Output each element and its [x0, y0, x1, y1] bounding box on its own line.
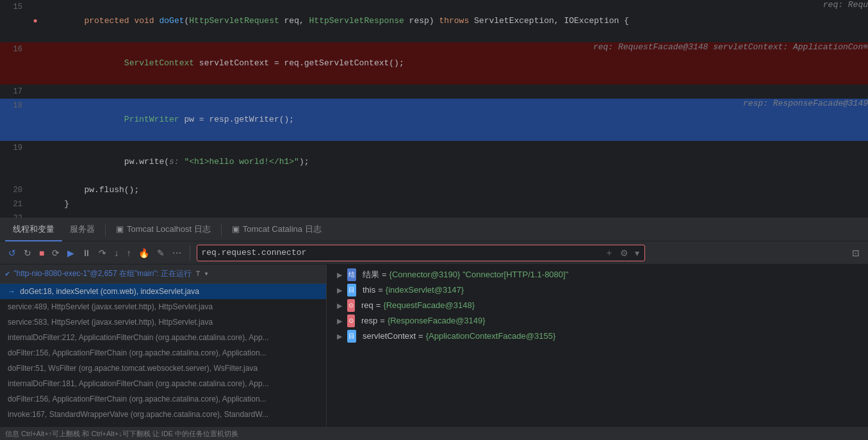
var-expand-resp[interactable]: ▶: [337, 314, 343, 327]
var-expand-servletContext[interactable]: ▶: [337, 330, 343, 343]
frame-text-3: internalDoFilter:212, ApplicationFilterC…: [8, 333, 269, 342]
resume-button[interactable]: ▶: [64, 245, 78, 261]
line-icon-17: [29, 85, 42, 99]
tab-tomcat-catalina[interactable]: ▣ Tomcat Catalina 日志: [224, 218, 329, 241]
watch-actions: ＋ ⚙ ▾: [603, 246, 641, 260]
thread-label: "http-nio-8080-exec-1"@2,657 在组"main": 正…: [13, 268, 192, 279]
more-actions-button[interactable]: ⋯: [169, 245, 184, 261]
step-over-button[interactable]: ↷: [95, 245, 110, 261]
watch-dropdown-button[interactable]: ▾: [634, 247, 641, 259]
line-icon-21: [29, 197, 42, 211]
line-number-21: 21: [0, 197, 29, 211]
restore-button[interactable]: ↻: [20, 245, 35, 261]
var-item-result[interactable]: ▶ 结 结果 = {Connector@3190} "Connector[HTT…: [327, 267, 868, 282]
tab-threads-variables[interactable]: 线程和变量: [5, 218, 62, 241]
line-icon-22: [29, 211, 42, 218]
line-icon-19: [29, 141, 42, 183]
run-to-cursor-button[interactable]: 🔥: [135, 245, 152, 261]
code-line-18: 18 PrintWriter pw = resp.getWriter(); re…: [0, 99, 868, 141]
frame-item-2[interactable]: service:583, HttpServlet (javax.servlet.…: [0, 314, 326, 330]
frame-arrow-0: →: [8, 287, 17, 296]
tab-server[interactable]: 服务器: [62, 218, 102, 241]
frame-text-1: service:489, HttpServlet (javax.servlet.…: [8, 302, 213, 311]
code-editor: 15 ● protected void doGet(HttpServletReq…: [0, 0, 868, 218]
var-equals-this: =: [378, 284, 383, 297]
frame-item-1[interactable]: service:489, HttpServlet (javax.servlet.…: [0, 299, 326, 314]
watch-expression-input[interactable]: [201, 248, 603, 257]
restart-button[interactable]: ⟳: [49, 245, 63, 261]
var-value-resp: {ResponseFacade@3149}: [388, 314, 486, 327]
code-line-17: 17: [0, 85, 868, 99]
line-icon-20: [29, 183, 42, 197]
bottom-hint: 信息 Ctrl+Alt+↑可上翻栈 和 Ctrl+Alt+↓可下翻栈 让 IDE…: [0, 427, 868, 440]
frame-item-0[interactable]: → doGet:18, indexServlet (com.web), inde…: [0, 284, 326, 299]
tab-separator-2: [221, 224, 222, 236]
frame-text-0: doGet:18, indexServlet (com.web), indexS…: [20, 287, 199, 296]
tab-threads-label: 线程和变量: [13, 224, 54, 235]
frame-text-7: doFilter:156, ApplicationFilterChain (or…: [8, 395, 266, 403]
frame-text-5: doFilter:51, WsFilter (org.apache.tomcat…: [8, 364, 258, 373]
var-icon-servletContext: 目: [347, 330, 356, 343]
watch-settings-button[interactable]: ⚙: [619, 247, 630, 259]
line-hint-16: req: RequestFacade@3148 servletContext: …: [593, 42, 868, 85]
line-content-19: pw.write(s: "<h1>hello world!</h1>");: [42, 141, 868, 183]
var-name-this: this: [363, 284, 375, 297]
tab-tomcat-catalina-label: Tomcat Catalina 日志: [243, 224, 322, 235]
tab-tomcat-localhost[interactable]: ▣ Tomcat Localhost 日志: [108, 218, 218, 241]
line-number-17: 17: [0, 85, 29, 99]
stop-button[interactable]: ■: [36, 245, 47, 261]
frame-item-8[interactable]: invoke:167, StandardWrapperValve (org.ap…: [0, 407, 326, 422]
kw-protected: protected: [84, 16, 129, 26]
pause-button[interactable]: ⏸: [79, 245, 94, 261]
code-line-22: 22: [0, 211, 868, 218]
line-hint-15: req: Requ: [823, 0, 868, 42]
code-line-15: 15 ● protected void doGet(HttpServletReq…: [0, 0, 868, 42]
line-number-15: 15: [0, 0, 29, 42]
watch-add-button[interactable]: ＋: [603, 246, 615, 260]
var-item-req[interactable]: ▶ ⊙ req = {RequestFacade@3148}: [327, 298, 868, 313]
tab-separator-1: [105, 224, 106, 236]
line-number-18: 18: [0, 99, 29, 141]
dropdown-icon[interactable]: ▾: [204, 269, 208, 279]
var-item-this[interactable]: ▶ 目 this = {indexServlet@3147}: [327, 282, 868, 298]
var-expand-req[interactable]: ▶: [337, 299, 343, 312]
rerun-button[interactable]: ↺: [5, 245, 19, 261]
var-equals-result: =: [382, 268, 387, 281]
frame-item-3[interactable]: internalDoFilter:212, ApplicationFilterC…: [0, 330, 326, 345]
var-list: ▶ 结 结果 = {Connector@3190} "Connector[HTT…: [327, 265, 868, 427]
var-name-resp: resp: [361, 314, 377, 327]
frame-text-4: doFilter:156, ApplicationFilterChain (or…: [8, 348, 266, 357]
thread-check-icon: ✔: [5, 269, 10, 279]
step-into-button[interactable]: ↓: [111, 245, 122, 261]
var-icon-this: 目: [347, 284, 356, 297]
frame-item-6[interactable]: internalDoFilter:181, ApplicationFilterC…: [0, 376, 326, 391]
left-panel: ✔ "http-nio-8080-exec-1"@2,657 在组"main":…: [0, 265, 327, 427]
var-item-servletContext[interactable]: ▶ 目 servletContext = {ApplicationContext…: [327, 329, 868, 344]
frame-item-4[interactable]: doFilter:156, ApplicationFilterChain (or…: [0, 345, 326, 361]
tab-tomcat-localhost-label: Tomcat Localhost 日志: [127, 224, 211, 235]
var-icon-result: 结: [347, 268, 356, 281]
code-line-16: 16 ServletContext servletContext = req.g…: [0, 42, 868, 85]
var-equals-servletContext: =: [418, 330, 423, 343]
code-line-19: 19 pw.write(s: "<h1>hello world!</h1>");: [0, 141, 868, 183]
var-name-result: 结果: [363, 268, 379, 281]
var-expand-result[interactable]: ▶: [337, 268, 343, 281]
line-number-22: 22: [0, 211, 29, 218]
watch-expression-container: ＋ ⚙ ▾: [197, 245, 645, 261]
filter-icon[interactable]: ⊤: [195, 269, 200, 279]
edit-breakpoints-button[interactable]: ✎: [154, 245, 168, 261]
var-equals-req: =: [376, 299, 381, 312]
var-value-servletContext: {ApplicationContextFacade@3155}: [426, 330, 556, 343]
line-content-15: protected void doGet(HttpServletRequest …: [42, 0, 823, 42]
code-line-20: 20 pw.flush();: [0, 183, 868, 197]
step-out-button[interactable]: ↑: [123, 245, 134, 261]
var-name-servletContext: servletContext: [363, 330, 416, 343]
var-expand-this[interactable]: ▶: [337, 284, 343, 297]
right-panel: ▶ 结 结果 = {Connector@3190} "Connector[HTT…: [327, 265, 868, 427]
var-value-this: {indexServlet@3147}: [386, 284, 464, 297]
expand-panel-button[interactable]: ⊡: [849, 245, 863, 261]
frame-item-5[interactable]: doFilter:51, WsFilter (org.apache.tomcat…: [0, 361, 326, 376]
frame-item-7[interactable]: doFilter:156, ApplicationFilterChain (or…: [0, 391, 326, 407]
tab-server-label: 服务器: [70, 224, 95, 235]
var-item-resp[interactable]: ▶ ⊙ resp = {ResponseFacade@3149}: [327, 313, 868, 329]
